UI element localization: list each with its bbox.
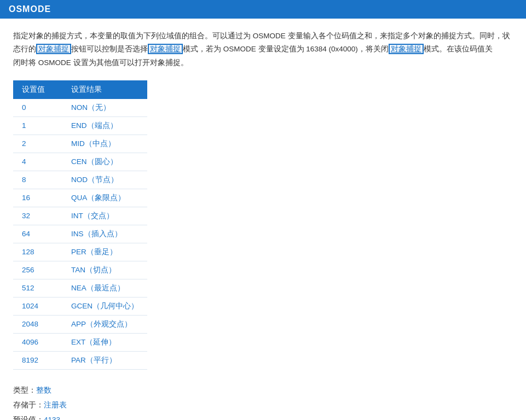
osmode-table: 设置值 设置结果 0NON（无）1END（端点）2MID（中点）4CEN（圆心）… [13,80,147,370]
col-header-result: 设置结果 [62,80,147,99]
table-row: 8NOD（节点） [13,171,147,189]
link-object-snap-3[interactable]: 对象捕捉 [389,44,424,54]
row-label: APP（外观交点） [62,315,147,333]
row-value: 128 [13,243,62,261]
table-row: 4CEN（圆心） [13,153,147,171]
row-value: 8192 [13,351,62,369]
page-header: OSMODE [0,0,526,19]
row-label: NEA（最近点） [62,279,147,297]
meta-type: 类型：整数 [13,383,513,398]
row-value: 512 [13,279,62,297]
row-value: 2 [13,135,62,153]
default-value: 4133 [44,416,60,420]
meta-section: 类型：整数 存储于：注册表 预设值：4133 [13,383,513,420]
row-label: GCEN（几何中心） [62,297,147,315]
row-label: MID（中点） [62,135,147,153]
row-label: TAN（切点） [62,261,147,279]
row-label: INS（插入点） [62,225,147,243]
col-header-value: 设置值 [13,80,62,99]
link-object-snap-2[interactable]: 对象捕捉 [148,44,183,54]
meta-default: 预设值：4133 [13,412,513,420]
table-row: 16QUA（象限点） [13,189,147,207]
row-value: 1024 [13,297,62,315]
row-value: 32 [13,207,62,225]
row-value: 1 [13,116,62,135]
row-value: 0 [13,99,62,117]
row-label: PAR（平行） [62,351,147,369]
desc-line2: 态行的 [13,45,36,53]
row-label: NOD（节点） [62,171,147,189]
row-label: END（端点） [62,116,147,135]
storage-value: 注册表 [44,401,67,409]
desc-line5: 模式。在该位码值关 [424,45,493,53]
table-row: 2MID（中点） [13,135,147,153]
row-label: EXT（延伸） [62,333,147,351]
meta-storage: 存储于：注册表 [13,398,513,412]
main-content: 指定对象的捕捉方式，本变量的取值为下列位域值的组合。可以通过为 OSMODE 变… [0,19,526,420]
table-row: 1END（端点） [13,116,147,135]
desc-line3: 按钮可以控制是否选择 [71,45,148,53]
type-label: 类型： [13,386,36,394]
row-value: 4 [13,153,62,171]
default-label: 预设值： [13,416,44,420]
desc-line1: 指定对象的捕捉方式，本变量的取值为下列位域值的组合。可以通过为 OSMODE 变… [13,32,510,40]
description-block: 指定对象的捕捉方式，本变量的取值为下列位域值的组合。可以通过为 OSMODE 变… [13,30,513,69]
table-row: 64INS（插入点） [13,225,147,243]
desc-line6: 闭时将 OSMODE 设置为其他值可以打开对象捕捉。 [13,59,188,67]
table-row: 8192PAR（平行） [13,351,147,369]
table-row: 512NEA（最近点） [13,279,147,297]
row-value: 2048 [13,315,62,333]
table-row: 1024GCEN（几何中心） [13,297,147,315]
type-value: 整数 [36,386,51,394]
page-title: OSMODE [9,4,51,14]
row-label: PER（垂足） [62,243,147,261]
table-row: 0NON（无） [13,99,147,117]
table-row: 4096EXT（延伸） [13,333,147,351]
table-row: 2048APP（外观交点） [13,315,147,333]
desc-line4: 模式，若为 OSMODE 变量设定值为 16384 (0x4000)，将关闭 [183,45,389,53]
row-value: 4096 [13,333,62,351]
table-row: 256TAN（切点） [13,261,147,279]
table-row: 32INT（交点） [13,207,147,225]
storage-label: 存储于： [13,401,44,409]
row-label: CEN（圆心） [62,153,147,171]
row-label: QUA（象限点） [62,189,147,207]
row-value: 16 [13,189,62,207]
row-label: INT（交点） [62,207,147,225]
table-row: 128PER（垂足） [13,243,147,261]
link-object-snap-1[interactable]: 对象捕捉 [36,44,71,54]
row-value: 64 [13,225,62,243]
row-value: 8 [13,171,62,189]
row-label: NON（无） [62,99,147,117]
row-value: 256 [13,261,62,279]
